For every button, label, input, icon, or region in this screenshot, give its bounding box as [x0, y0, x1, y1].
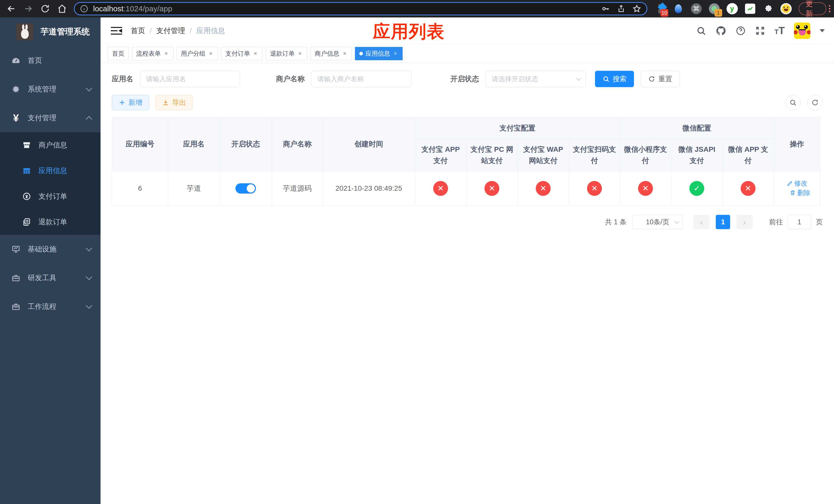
share-icon[interactable] [617, 4, 626, 13]
show-search-toggle-button[interactable] [785, 95, 801, 110]
col-alipay-app: 支付宝 APP 支付 [415, 139, 466, 171]
tab-refund-order[interactable]: 退款订单 [266, 47, 307, 60]
col-group-alipay: 支付宝配置 [415, 117, 620, 139]
user-avatar[interactable] [794, 23, 810, 39]
reset-button[interactable]: 重置 [641, 71, 680, 87]
tab-user-group[interactable]: 用户分组 [176, 47, 218, 60]
plus-icon [119, 99, 126, 106]
delete-link[interactable]: 删除 [790, 188, 811, 198]
breadcrumb-current: 应用信息 [196, 26, 225, 36]
cell-created: 2021-10-23 08:49:25 [323, 171, 415, 206]
close-icon[interactable] [253, 50, 258, 57]
extension-y-icon[interactable]: y [726, 3, 738, 15]
breadcrumb-pay[interactable]: 支付管理 [156, 26, 185, 36]
sidebar-item-label: 首页 [28, 55, 91, 65]
cell-merchant: 芋道源码 [272, 171, 323, 206]
refresh-icon [648, 75, 655, 83]
tab-home[interactable]: 首页 [108, 47, 129, 60]
app-title: 芋道管理系统 [41, 26, 90, 38]
close-icon[interactable] [163, 50, 169, 57]
browser-menu-icon[interactable] [829, 5, 830, 12]
tab-process-form[interactable]: 流程表单 [132, 47, 173, 60]
main-content: 应用名 商户名称 开启状态 请选择开启状态 搜索 [101, 63, 834, 504]
sidebar-item-devtools[interactable]: 研发工具 [0, 264, 101, 292]
sidebar-item-pay-order[interactable]: 支付订单 [0, 184, 101, 209]
sidebar-item-pay[interactable]: ¥ 支付管理 [0, 104, 101, 132]
export-button[interactable]: 导出 [155, 95, 193, 110]
font-size-icon[interactable]: TT [774, 25, 785, 37]
breadcrumb-home[interactable]: 首页 [131, 26, 145, 36]
forward-icon[interactable] [23, 3, 34, 14]
col-group-wechat: 微信配置 [620, 117, 774, 139]
back-icon[interactable] [6, 3, 17, 14]
tab-app-info[interactable]: 应用信息 [355, 47, 403, 60]
disabled-status-icon [741, 181, 755, 196]
browser-update-button[interactable]: 更新 [798, 2, 826, 15]
sidebar-item-system[interactable]: 系统管理 [0, 75, 101, 104]
fullscreen-icon[interactable] [755, 26, 765, 36]
extension-command-icon[interactable]: ⌘ [690, 3, 702, 15]
pay-submenu: 商户信息 应用信息 支付订单 [0, 132, 101, 235]
sidebar-item-home[interactable]: 首页 [0, 46, 101, 75]
close-icon[interactable] [208, 50, 214, 57]
site-info-icon[interactable] [80, 4, 88, 13]
disabled-status-icon [433, 181, 448, 196]
home-icon[interactable] [57, 3, 68, 14]
prev-page-button[interactable] [693, 215, 710, 229]
sidebar-item-label: 研发工具 [28, 273, 87, 283]
sidebar-logo[interactable]: 芋道管理系统 [0, 18, 101, 46]
refresh-table-button[interactable] [807, 95, 823, 110]
sidebar-item-refund-order[interactable]: 退款订单 [0, 209, 101, 235]
status-select[interactable]: 请选择开启状态 [486, 71, 586, 87]
search-form: 应用名 商户名称 开启状态 请选择开启状态 搜索 [112, 71, 823, 87]
extension-chart-icon[interactable] [744, 3, 756, 15]
bookmark-star-icon[interactable] [632, 4, 641, 13]
address-bar[interactable]: localhost:1024/pay/app [74, 2, 647, 15]
password-key-icon[interactable] [601, 4, 610, 13]
merchant-name-input[interactable] [311, 71, 411, 87]
sidebar-item-infra[interactable]: 基础设施 [0, 235, 101, 264]
sidebar-item-merchant-info[interactable]: 商户信息 [0, 132, 101, 158]
page-size-select[interactable]: 10条/页 [632, 215, 683, 229]
cell-alipay-wap [518, 171, 569, 206]
refresh-icon [811, 99, 819, 107]
goto-page-input[interactable] [788, 215, 811, 229]
cell-wx-lite [620, 171, 671, 206]
user-menu-caret-icon[interactable] [820, 29, 825, 32]
total-count: 共 1 条 [605, 217, 627, 227]
extension-badge: 10 [660, 9, 668, 17]
col-actions: 操作 [774, 117, 820, 171]
app-name-input[interactable] [140, 71, 240, 87]
top-navbar: 首页 / 支付管理 / 应用信息 应用列表 [101, 18, 834, 44]
chevron-down-icon [576, 76, 581, 81]
sidebar-item-app-info[interactable]: 应用信息 [0, 158, 101, 184]
search-icon[interactable] [696, 26, 706, 36]
grid-icon [22, 166, 32, 175]
github-icon[interactable] [716, 25, 726, 36]
page-1-button[interactable]: 1 [716, 215, 730, 229]
extensions-puzzle-icon[interactable] [762, 3, 774, 15]
enabled-toggle[interactable] [236, 183, 256, 193]
sidebar-item-label: 应用信息 [39, 166, 67, 176]
browser-toolbar: localhost:1024/pay/app 10 ⌘ 1 y [0, 0, 834, 18]
sidebar-item-workflow[interactable]: 工作流程 [0, 292, 101, 321]
edit-link[interactable]: 修改 [787, 179, 808, 188]
extension-recorder-icon[interactable]: 1 [708, 3, 720, 15]
close-icon[interactable] [342, 50, 348, 57]
extension-tasks-icon[interactable]: 10 [655, 3, 666, 15]
collapse-sidebar-icon[interactable] [111, 26, 122, 36]
pagination: 共 1 条 10条/页 1 前往 页 [112, 215, 823, 229]
sidebar-item-label: 退款订单 [39, 217, 67, 227]
search-button[interactable]: 搜索 [595, 71, 634, 87]
extensions-strip: 10 ⌘ 1 y [655, 3, 792, 15]
extension-balloon-icon[interactable] [673, 3, 684, 15]
reload-icon[interactable] [40, 3, 51, 14]
close-icon[interactable] [297, 50, 303, 57]
tab-merchant-info[interactable]: 商户信息 [310, 47, 352, 60]
profile-avatar-icon[interactable] [780, 3, 792, 15]
help-icon[interactable] [736, 26, 746, 36]
tab-pay-order[interactable]: 支付订单 [221, 47, 263, 60]
close-icon[interactable] [393, 50, 398, 57]
add-button[interactable]: 新增 [112, 95, 149, 110]
next-page-button[interactable] [736, 215, 753, 229]
